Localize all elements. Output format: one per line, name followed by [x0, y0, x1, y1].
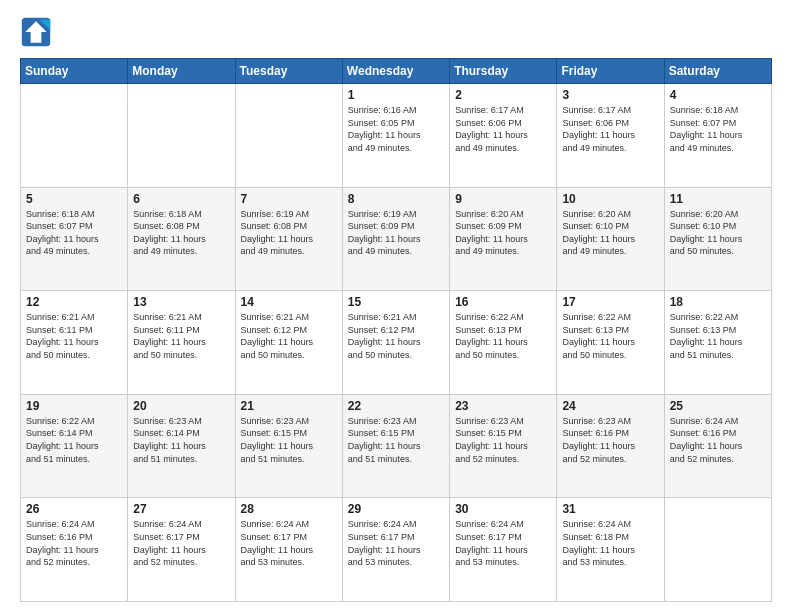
day-cell: 26Sunrise: 6:24 AM Sunset: 6:16 PM Dayli… [21, 498, 128, 602]
day-info: Sunrise: 6:19 AM Sunset: 6:09 PM Dayligh… [348, 208, 444, 258]
day-info: Sunrise: 6:24 AM Sunset: 6:17 PM Dayligh… [455, 518, 551, 568]
day-cell: 5Sunrise: 6:18 AM Sunset: 6:07 PM Daylig… [21, 187, 128, 291]
header-tuesday: Tuesday [235, 59, 342, 84]
day-number: 10 [562, 192, 658, 206]
week-row-3: 19Sunrise: 6:22 AM Sunset: 6:14 PM Dayli… [21, 394, 772, 498]
logo-icon [20, 16, 52, 48]
day-number: 17 [562, 295, 658, 309]
day-cell: 25Sunrise: 6:24 AM Sunset: 6:16 PM Dayli… [664, 394, 771, 498]
header-saturday: Saturday [664, 59, 771, 84]
day-number: 6 [133, 192, 229, 206]
day-cell: 2Sunrise: 6:17 AM Sunset: 6:06 PM Daylig… [450, 84, 557, 188]
day-info: Sunrise: 6:23 AM Sunset: 6:14 PM Dayligh… [133, 415, 229, 465]
header [20, 16, 772, 48]
day-number: 18 [670, 295, 766, 309]
day-number: 13 [133, 295, 229, 309]
logo [20, 16, 56, 48]
header-sunday: Sunday [21, 59, 128, 84]
day-number: 19 [26, 399, 122, 413]
day-info: Sunrise: 6:19 AM Sunset: 6:08 PM Dayligh… [241, 208, 337, 258]
day-cell: 4Sunrise: 6:18 AM Sunset: 6:07 PM Daylig… [664, 84, 771, 188]
header-friday: Friday [557, 59, 664, 84]
day-cell [235, 84, 342, 188]
day-info: Sunrise: 6:24 AM Sunset: 6:16 PM Dayligh… [670, 415, 766, 465]
day-info: Sunrise: 6:23 AM Sunset: 6:15 PM Dayligh… [455, 415, 551, 465]
day-cell: 17Sunrise: 6:22 AM Sunset: 6:13 PM Dayli… [557, 291, 664, 395]
day-cell: 27Sunrise: 6:24 AM Sunset: 6:17 PM Dayli… [128, 498, 235, 602]
calendar-header-row: SundayMondayTuesdayWednesdayThursdayFrid… [21, 59, 772, 84]
day-info: Sunrise: 6:22 AM Sunset: 6:13 PM Dayligh… [562, 311, 658, 361]
day-number: 26 [26, 502, 122, 516]
day-info: Sunrise: 6:20 AM Sunset: 6:10 PM Dayligh… [670, 208, 766, 258]
header-wednesday: Wednesday [342, 59, 449, 84]
day-cell: 10Sunrise: 6:20 AM Sunset: 6:10 PM Dayli… [557, 187, 664, 291]
day-cell: 9Sunrise: 6:20 AM Sunset: 6:09 PM Daylig… [450, 187, 557, 291]
day-number: 21 [241, 399, 337, 413]
day-number: 2 [455, 88, 551, 102]
calendar: SundayMondayTuesdayWednesdayThursdayFrid… [20, 58, 772, 602]
day-number: 5 [26, 192, 122, 206]
day-number: 3 [562, 88, 658, 102]
day-cell: 11Sunrise: 6:20 AM Sunset: 6:10 PM Dayli… [664, 187, 771, 291]
day-number: 12 [26, 295, 122, 309]
day-info: Sunrise: 6:20 AM Sunset: 6:10 PM Dayligh… [562, 208, 658, 258]
day-cell: 15Sunrise: 6:21 AM Sunset: 6:12 PM Dayli… [342, 291, 449, 395]
day-number: 31 [562, 502, 658, 516]
day-cell: 23Sunrise: 6:23 AM Sunset: 6:15 PM Dayli… [450, 394, 557, 498]
day-info: Sunrise: 6:21 AM Sunset: 6:11 PM Dayligh… [133, 311, 229, 361]
day-number: 24 [562, 399, 658, 413]
day-number: 11 [670, 192, 766, 206]
week-row-4: 26Sunrise: 6:24 AM Sunset: 6:16 PM Dayli… [21, 498, 772, 602]
day-number: 1 [348, 88, 444, 102]
day-number: 23 [455, 399, 551, 413]
day-number: 16 [455, 295, 551, 309]
day-info: Sunrise: 6:24 AM Sunset: 6:17 PM Dayligh… [241, 518, 337, 568]
day-number: 27 [133, 502, 229, 516]
day-number: 22 [348, 399, 444, 413]
day-cell: 14Sunrise: 6:21 AM Sunset: 6:12 PM Dayli… [235, 291, 342, 395]
day-cell: 30Sunrise: 6:24 AM Sunset: 6:17 PM Dayli… [450, 498, 557, 602]
day-cell [128, 84, 235, 188]
day-info: Sunrise: 6:22 AM Sunset: 6:13 PM Dayligh… [455, 311, 551, 361]
day-cell: 19Sunrise: 6:22 AM Sunset: 6:14 PM Dayli… [21, 394, 128, 498]
day-info: Sunrise: 6:24 AM Sunset: 6:17 PM Dayligh… [348, 518, 444, 568]
day-cell: 22Sunrise: 6:23 AM Sunset: 6:15 PM Dayli… [342, 394, 449, 498]
day-cell [664, 498, 771, 602]
day-info: Sunrise: 6:17 AM Sunset: 6:06 PM Dayligh… [455, 104, 551, 154]
day-cell: 21Sunrise: 6:23 AM Sunset: 6:15 PM Dayli… [235, 394, 342, 498]
day-info: Sunrise: 6:17 AM Sunset: 6:06 PM Dayligh… [562, 104, 658, 154]
day-cell: 16Sunrise: 6:22 AM Sunset: 6:13 PM Dayli… [450, 291, 557, 395]
day-cell [21, 84, 128, 188]
day-number: 15 [348, 295, 444, 309]
day-cell: 6Sunrise: 6:18 AM Sunset: 6:08 PM Daylig… [128, 187, 235, 291]
page: SundayMondayTuesdayWednesdayThursdayFrid… [0, 0, 792, 612]
day-info: Sunrise: 6:18 AM Sunset: 6:08 PM Dayligh… [133, 208, 229, 258]
day-cell: 1Sunrise: 6:16 AM Sunset: 6:05 PM Daylig… [342, 84, 449, 188]
day-number: 29 [348, 502, 444, 516]
day-info: Sunrise: 6:24 AM Sunset: 6:17 PM Dayligh… [133, 518, 229, 568]
day-info: Sunrise: 6:21 AM Sunset: 6:12 PM Dayligh… [241, 311, 337, 361]
day-cell: 3Sunrise: 6:17 AM Sunset: 6:06 PM Daylig… [557, 84, 664, 188]
day-info: Sunrise: 6:22 AM Sunset: 6:13 PM Dayligh… [670, 311, 766, 361]
day-number: 30 [455, 502, 551, 516]
day-cell: 28Sunrise: 6:24 AM Sunset: 6:17 PM Dayli… [235, 498, 342, 602]
day-info: Sunrise: 6:21 AM Sunset: 6:12 PM Dayligh… [348, 311, 444, 361]
day-info: Sunrise: 6:16 AM Sunset: 6:05 PM Dayligh… [348, 104, 444, 154]
day-info: Sunrise: 6:24 AM Sunset: 6:18 PM Dayligh… [562, 518, 658, 568]
day-number: 8 [348, 192, 444, 206]
day-info: Sunrise: 6:18 AM Sunset: 6:07 PM Dayligh… [26, 208, 122, 258]
header-monday: Monday [128, 59, 235, 84]
day-cell: 12Sunrise: 6:21 AM Sunset: 6:11 PM Dayli… [21, 291, 128, 395]
day-info: Sunrise: 6:21 AM Sunset: 6:11 PM Dayligh… [26, 311, 122, 361]
day-number: 7 [241, 192, 337, 206]
day-number: 9 [455, 192, 551, 206]
day-info: Sunrise: 6:18 AM Sunset: 6:07 PM Dayligh… [670, 104, 766, 154]
day-info: Sunrise: 6:23 AM Sunset: 6:15 PM Dayligh… [241, 415, 337, 465]
day-info: Sunrise: 6:22 AM Sunset: 6:14 PM Dayligh… [26, 415, 122, 465]
day-info: Sunrise: 6:24 AM Sunset: 6:16 PM Dayligh… [26, 518, 122, 568]
day-cell: 13Sunrise: 6:21 AM Sunset: 6:11 PM Dayli… [128, 291, 235, 395]
day-info: Sunrise: 6:23 AM Sunset: 6:16 PM Dayligh… [562, 415, 658, 465]
day-number: 28 [241, 502, 337, 516]
week-row-0: 1Sunrise: 6:16 AM Sunset: 6:05 PM Daylig… [21, 84, 772, 188]
day-number: 20 [133, 399, 229, 413]
